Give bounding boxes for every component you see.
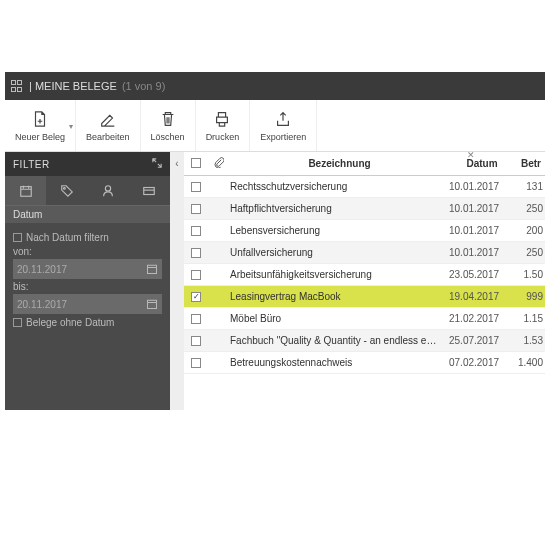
filter-tabs: [5, 176, 170, 206]
row-checkbox[interactable]: [191, 336, 201, 346]
table-row[interactable]: Arbeitsunfähigkeitsversicherung23.05.201…: [184, 264, 545, 286]
row-date: 21.02.2017: [449, 313, 511, 324]
row-checkbox[interactable]: [191, 314, 201, 324]
paperclip-icon: [213, 157, 224, 168]
svg-point-2: [106, 185, 111, 190]
from-label: von:: [13, 246, 162, 257]
delete-button[interactable]: Löschen: [141, 100, 196, 151]
row-date: 07.02.2017: [449, 357, 511, 368]
filter-sidebar: FILTER Datum Nach Datum filtern von: 20.…: [5, 152, 170, 410]
row-date: 25.07.2017: [449, 335, 511, 346]
row-name: Haftpflichtversicherung: [228, 203, 449, 214]
table-row[interactable]: Möbel Büro21.02.20171.15: [184, 308, 545, 330]
dropdown-caret-icon[interactable]: ▾: [69, 121, 73, 130]
toolbar: Neuer Beleg ▾ Bearbeiten Löschen Drucken…: [5, 100, 545, 152]
row-date: 23.05.2017: [449, 269, 511, 280]
expand-icon[interactable]: [152, 158, 162, 170]
filter-title: FILTER: [13, 159, 50, 170]
row-amount: 999: [511, 291, 543, 302]
table-row[interactable]: Betreuungskostennachweis07.02.20171.400: [184, 352, 545, 374]
row-checkbox[interactable]: [191, 248, 201, 258]
row-date: 10.01.2017: [449, 203, 511, 214]
row-amount: 131: [511, 181, 543, 192]
row-date: 10.01.2017: [449, 181, 511, 192]
row-date: 19.04.2017: [449, 291, 511, 302]
table-body: Rechtsschutzversicherung10.01.2017131Haf…: [184, 176, 545, 374]
tab-person[interactable]: [88, 176, 129, 205]
row-amount: 1.400: [511, 357, 543, 368]
row-amount: 200: [511, 225, 543, 236]
record-count: (1 von 9): [122, 80, 165, 92]
date-section-title: Datum: [5, 206, 170, 223]
close-icon[interactable]: ✕: [467, 152, 475, 160]
col-amount[interactable]: Betr: [513, 158, 545, 169]
delete-label: Löschen: [151, 132, 185, 142]
tab-account[interactable]: [129, 176, 170, 205]
table-row[interactable]: Unfallversicherung10.01.2017250: [184, 242, 545, 264]
table-row[interactable]: Fachbuch "Quality & Quantity - an endles…: [184, 330, 545, 352]
document-table: Bezeichnung Datum Betr ✕ Rechtsschutzver…: [184, 152, 545, 410]
row-name: Fachbuch "Quality & Quantity - an endles…: [228, 335, 449, 346]
to-label: bis:: [13, 281, 162, 292]
tab-tag[interactable]: [46, 176, 87, 205]
edit-label: Bearbeiten: [86, 132, 130, 142]
table-row[interactable]: ✓Leasingvertrag MacBook19.04.2017999: [184, 286, 545, 308]
grid-icon: [11, 80, 23, 92]
row-amount: 1.15: [511, 313, 543, 324]
row-date: 10.01.2017: [449, 225, 511, 236]
export-button[interactable]: Exportieren: [250, 100, 317, 151]
window-titlebar: | MEINE BELEGE (1 von 9): [5, 72, 545, 100]
row-amount: 250: [511, 247, 543, 258]
new-document-button[interactable]: Neuer Beleg ▾: [5, 100, 76, 151]
row-name: Möbel Büro: [228, 313, 449, 324]
row-name: Leasingvertrag MacBook: [228, 291, 449, 302]
row-amount: 250: [511, 203, 543, 214]
title-sep: |: [29, 80, 32, 92]
filter-by-date-checkbox[interactable]: Nach Datum filtern: [13, 232, 162, 243]
printer-icon: [212, 109, 232, 129]
pencil-icon: [98, 109, 118, 129]
row-name: Arbeitsunfähigkeitsversicherung: [228, 269, 449, 280]
svg-rect-5: [148, 300, 157, 308]
date-to-input[interactable]: 20.11.2017: [13, 294, 162, 314]
svg-rect-4: [148, 265, 157, 273]
row-checkbox[interactable]: [191, 182, 201, 192]
row-date: 10.01.2017: [449, 247, 511, 258]
filter-header: FILTER: [5, 152, 170, 176]
trash-icon: [158, 109, 178, 129]
print-label: Drucken: [206, 132, 240, 142]
row-checkbox[interactable]: ✓: [191, 292, 201, 302]
row-amount: 1.53: [511, 335, 543, 346]
new-label: Neuer Beleg: [15, 132, 65, 142]
row-name: Unfallversicherung: [228, 247, 449, 258]
table-row[interactable]: Rechtsschutzversicherung10.01.2017131: [184, 176, 545, 198]
export-label: Exportieren: [260, 132, 306, 142]
col-date[interactable]: Datum: [451, 158, 513, 169]
col-name[interactable]: Bezeichnung: [228, 158, 451, 169]
new-file-icon: [30, 109, 50, 129]
row-checkbox[interactable]: [191, 204, 201, 214]
col-select[interactable]: [184, 158, 208, 170]
table-row[interactable]: Haftpflichtversicherung10.01.2017250: [184, 198, 545, 220]
svg-point-1: [63, 187, 65, 189]
row-checkbox[interactable]: [191, 358, 201, 368]
svg-rect-3: [144, 187, 155, 194]
row-checkbox[interactable]: [191, 270, 201, 280]
collapse-sidebar-button[interactable]: ‹: [170, 152, 184, 410]
export-icon: [273, 109, 293, 129]
date-from-input[interactable]: 20.11.2017: [13, 259, 162, 279]
table-header: Bezeichnung Datum Betr ✕: [184, 152, 545, 176]
row-name: Rechtsschutzversicherung: [228, 181, 449, 192]
row-checkbox[interactable]: [191, 226, 201, 236]
print-button[interactable]: Drucken: [196, 100, 251, 151]
edit-button[interactable]: Bearbeiten: [76, 100, 141, 151]
table-row[interactable]: Lebensversicherung10.01.2017200: [184, 220, 545, 242]
row-name: Betreuungskostennachweis: [228, 357, 449, 368]
calendar-icon: [146, 263, 158, 275]
no-date-checkbox[interactable]: Belege ohne Datum: [13, 317, 162, 328]
row-amount: 1.50: [511, 269, 543, 280]
page-title: MEINE BELEGE: [35, 80, 117, 92]
calendar-icon: [146, 298, 158, 310]
col-attachment[interactable]: [208, 157, 228, 170]
tab-date[interactable]: [5, 176, 46, 205]
